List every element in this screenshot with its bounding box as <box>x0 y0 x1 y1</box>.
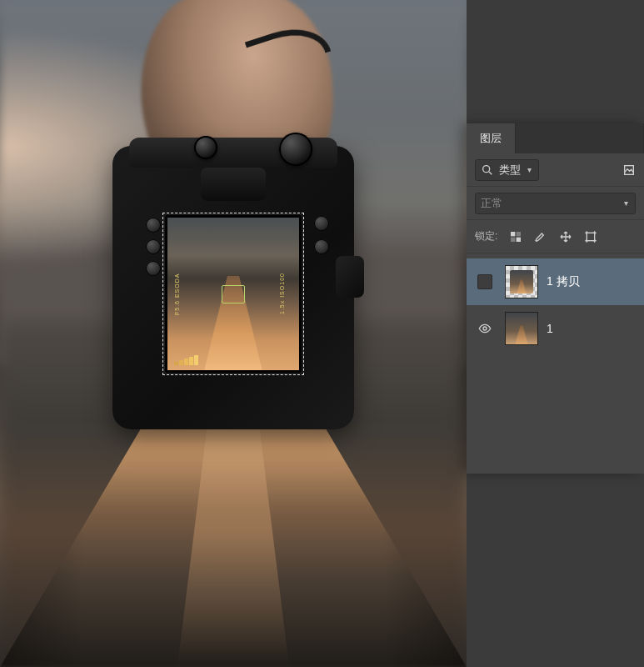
svg-point-16 <box>483 327 487 330</box>
lock-paint-icon[interactable] <box>534 230 547 243</box>
layer-visibility-toggle[interactable] <box>473 270 497 293</box>
layer-filter-row: 类型 ▾ <box>467 153 644 187</box>
layers-panel: 图层 类型 ▾ 正常 ▾ 锁定: <box>467 123 644 474</box>
svg-line-1 <box>489 172 492 174</box>
canvas-camera-body: F5.6 ESODA 1.5x ISO100 <box>112 146 354 429</box>
chevron-down-icon: ▾ <box>624 198 628 208</box>
layer-row[interactable]: 1 拷贝 <box>467 258 644 305</box>
layer-thumbnail[interactable] <box>505 265 538 298</box>
visibility-off-icon <box>477 274 492 289</box>
layer-name[interactable]: 1 <box>547 322 553 335</box>
tab-layers[interactable]: 图层 <box>467 123 516 153</box>
lock-position-icon[interactable] <box>559 230 572 243</box>
camera-viewfinder <box>201 168 266 201</box>
svg-rect-3 <box>511 232 515 236</box>
camera-button <box>314 239 329 254</box>
camera-small-dial <box>194 136 217 159</box>
svg-rect-6 <box>517 237 521 241</box>
layer-row[interactable]: 1 <box>467 305 644 352</box>
svg-rect-7 <box>587 233 595 240</box>
lock-artboard-icon[interactable] <box>584 230 597 243</box>
canvas-area[interactable]: F5.6 ESODA 1.5x ISO100 <box>0 0 467 667</box>
blend-mode-value: 正常 <box>481 196 502 211</box>
tab-empty[interactable] <box>516 123 644 153</box>
camera-button <box>146 218 161 233</box>
camera-lcd-right-readout: 1.5x ISO100 <box>279 223 292 365</box>
panel-tab-bar: 图层 <box>467 123 644 153</box>
camera-lcd-histogram <box>174 355 292 365</box>
camera-strap-ring <box>336 256 364 298</box>
blend-mode-row: 正常 ▾ <box>467 187 644 220</box>
chevron-down-icon: ▾ <box>527 165 532 174</box>
svg-rect-5 <box>511 237 515 241</box>
search-icon <box>481 163 494 177</box>
camera-button <box>146 261 161 276</box>
layer-filter-select[interactable]: 类型 ▾ <box>475 159 539 181</box>
camera-focus-box <box>222 285 245 303</box>
lock-label: 锁定: <box>475 229 497 243</box>
layer-name[interactable]: 1 拷贝 <box>547 274 580 289</box>
layer-filter-label: 类型 <box>499 163 521 178</box>
layer-thumbnail[interactable] <box>505 312 538 345</box>
blend-mode-select[interactable]: 正常 ▾ <box>475 193 636 214</box>
camera-lcd-screen: F5.6 ESODA 1.5x ISO100 <box>162 213 304 375</box>
camera-button <box>146 239 161 254</box>
lock-row: 锁定: <box>467 220 644 253</box>
camera-button <box>314 216 329 231</box>
eye-icon <box>478 322 492 335</box>
lock-transparency-icon[interactable] <box>509 230 522 243</box>
camera-lcd-left-readout: F5.6 ESODA <box>174 223 187 365</box>
svg-rect-4 <box>517 232 521 236</box>
svg-point-0 <box>483 165 490 172</box>
layer-visibility-toggle[interactable] <box>473 317 497 340</box>
camera-mode-dial <box>279 133 312 166</box>
filter-pixel-icon[interactable] <box>622 163 636 177</box>
layers-list: 1 拷贝 1 <box>467 253 644 357</box>
